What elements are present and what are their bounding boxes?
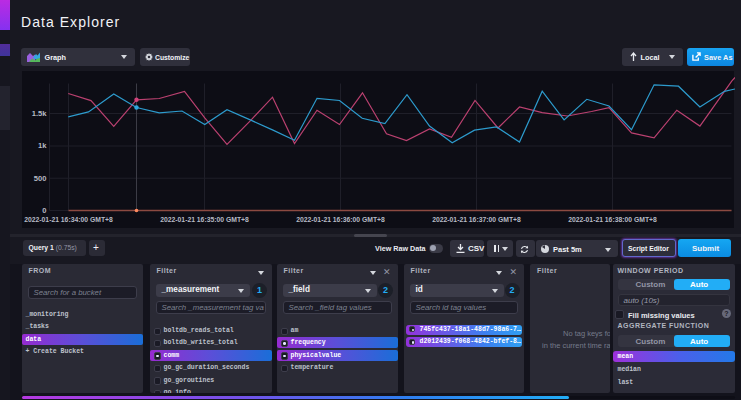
svg-text:500: 500	[33, 174, 46, 183]
svg-text:1k: 1k	[38, 141, 47, 150]
svg-text:2022-01-21 16:37:00 GMT+8: 2022-01-21 16:37:00 GMT+8	[432, 216, 521, 223]
svg-text:2022-01-21 16:34:00 GMT+8: 2022-01-21 16:34:00 GMT+8	[24, 216, 113, 223]
svg-text:2022-01-21 16:36:00 GMT+8: 2022-01-21 16:36:00 GMT+8	[296, 216, 385, 223]
svg-text:2022-01-21 16:38:00 GMT+8: 2022-01-21 16:38:00 GMT+8	[568, 216, 657, 223]
svg-text:0: 0	[42, 206, 46, 215]
svg-text:2022-01-21 16:35:00 GMT+8: 2022-01-21 16:35:00 GMT+8	[160, 216, 249, 223]
svg-text:1.5k: 1.5k	[31, 109, 47, 118]
